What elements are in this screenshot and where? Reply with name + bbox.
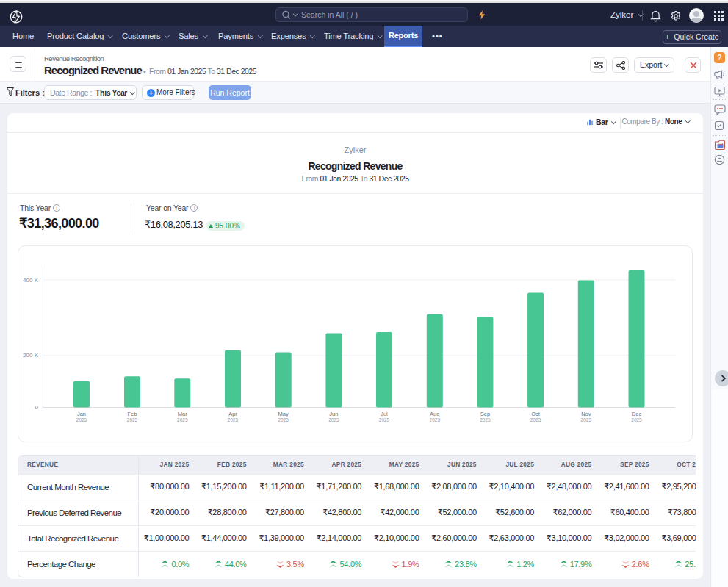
svg-text:2025: 2025 xyxy=(480,417,491,422)
svg-text:0: 0 xyxy=(35,404,39,411)
svg-text:2025: 2025 xyxy=(278,417,289,422)
svg-text:Jun: Jun xyxy=(329,411,338,417)
svg-text:2025: 2025 xyxy=(177,417,188,422)
svg-text:Feb: Feb xyxy=(128,411,137,417)
svg-text:Aug: Aug xyxy=(430,411,439,417)
svg-text:2025: 2025 xyxy=(581,417,592,422)
svg-text:200 K: 200 K xyxy=(23,352,39,359)
svg-text:400 K: 400 K xyxy=(23,277,39,284)
svg-text:2025: 2025 xyxy=(328,417,339,422)
svg-text:2025: 2025 xyxy=(76,417,87,422)
svg-text:2025: 2025 xyxy=(631,417,642,422)
svg-text:2025: 2025 xyxy=(127,417,138,422)
svg-text:Dec: Dec xyxy=(632,411,642,417)
svg-text:Jul: Jul xyxy=(381,411,388,417)
svg-text:Jan: Jan xyxy=(77,411,86,417)
svg-text:2025: 2025 xyxy=(379,417,390,422)
svg-text:Sep: Sep xyxy=(480,411,490,417)
svg-text:2025: 2025 xyxy=(530,417,541,422)
svg-text:Mar: Mar xyxy=(178,411,187,417)
svg-text:Nov: Nov xyxy=(581,411,591,417)
svg-text:2025: 2025 xyxy=(430,417,441,422)
svg-text:May: May xyxy=(278,411,289,417)
svg-text:2025: 2025 xyxy=(228,417,239,422)
svg-text:Oct: Oct xyxy=(531,411,541,417)
svg-text:Apr: Apr xyxy=(228,411,237,417)
